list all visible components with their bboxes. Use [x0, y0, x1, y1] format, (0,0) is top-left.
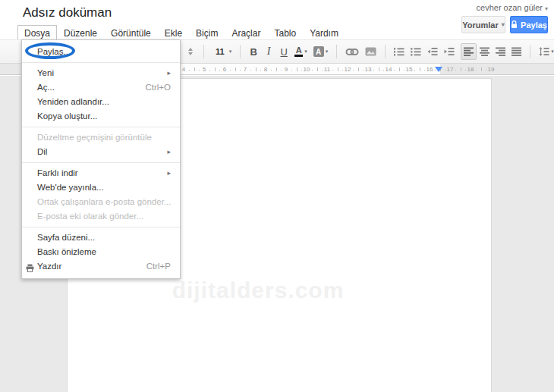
ruler-tick — [194, 67, 195, 71]
increase-indent-button[interactable] — [441, 43, 458, 60]
comments-button[interactable]: Yorumlar▾ — [461, 16, 505, 33]
ruler-number: 6 — [223, 66, 226, 73]
bulleted-list-icon — [411, 47, 421, 56]
menu-item-farkl-indir[interactable]: ▸Farklı indir — [22, 166, 180, 180]
insert-link-button[interactable] — [342, 43, 362, 60]
right-indent-marker[interactable] — [435, 67, 442, 72]
toolbar-separator — [240, 45, 241, 58]
ruler-tick — [476, 70, 477, 71]
ruler-tick — [209, 70, 210, 71]
ruler-tick — [455, 70, 456, 71]
share-button[interactable]: Paylaş — [510, 16, 548, 33]
ruler-tick — [358, 67, 359, 71]
ruler-tick — [215, 67, 216, 71]
ruler-tick — [465, 70, 466, 71]
submenu-arrow-icon: ▸ — [167, 145, 171, 159]
menu-ekle[interactable]: Ekle — [158, 25, 189, 40]
align-justify-button[interactable] — [508, 43, 524, 60]
link-icon — [345, 48, 359, 56]
menu-item-yeni[interactable]: ▸Yeni — [22, 66, 180, 80]
highlight-icon: A — [313, 46, 324, 57]
menu-araclar[interactable]: Araçlar — [225, 25, 267, 40]
ruler-number: 4 — [182, 66, 185, 73]
ruler-tick — [276, 67, 277, 71]
ruler-tick — [235, 67, 236, 71]
ruler-tick — [399, 67, 400, 71]
menu-yardim[interactable]: Yardım — [303, 25, 345, 40]
ruler-number: 19 — [488, 66, 495, 73]
ruler-tick — [301, 70, 302, 71]
line-spacing-button[interactable]: ▾ — [536, 43, 554, 60]
document-title[interactable]: Adsız doküman — [23, 5, 112, 20]
menu-item-payla[interactable]: Paylaş... — [22, 45, 180, 59]
ruler-tick — [271, 70, 272, 71]
align-right-button[interactable] — [493, 43, 508, 60]
menu-item-label: Baskı önizleme — [37, 247, 96, 256]
submenu-arrow-icon: ▸ — [167, 166, 171, 180]
highlight-color-button[interactable]: A ▾ — [310, 43, 332, 60]
shortcut-label: Ctrl+P — [146, 259, 171, 274]
menu-item-label: Dil — [37, 147, 47, 156]
ruler-tick — [240, 70, 241, 71]
italic-button[interactable]: I — [261, 43, 276, 60]
ruler-tick — [332, 70, 333, 71]
menu-item-e-posta-eki-olarak-g-nder: E-posta eki olarak gönder... — [22, 209, 180, 224]
menu-item-dil[interactable]: ▸Dil — [22, 145, 180, 159]
menu-item-label: Yazdır — [37, 262, 61, 271]
menu-item-bask-nizleme[interactable]: Baskı önizleme — [22, 245, 180, 259]
toolbar-separator — [203, 45, 204, 58]
ruler-tick — [312, 70, 313, 71]
style-spinner-icon[interactable] — [183, 43, 198, 60]
decrease-indent-button[interactable] — [424, 43, 441, 60]
align-left-button[interactable] — [461, 43, 477, 60]
menu-item-yeniden-adland-r[interactable]: Yeniden adlandır... — [22, 95, 180, 109]
submenu-arrow-icon: ▸ — [167, 66, 171, 80]
align-center-button[interactable] — [477, 43, 493, 60]
ruler-tick — [383, 70, 384, 71]
menu-goruntule[interactable]: Görüntüle — [104, 25, 158, 40]
ruler-tick — [379, 67, 379, 71]
menu-dosya[interactable]: Dosya — [17, 25, 57, 40]
insert-image-button[interactable] — [362, 43, 379, 60]
watermark-text: dijitalders.com — [172, 278, 345, 303]
text-color-swatch — [294, 55, 303, 57]
ruler-number: 14 — [386, 66, 392, 73]
menu-item-sayfa-d-zeni[interactable]: Sayfa düzeni... — [22, 230, 180, 245]
ruler-tick — [342, 70, 343, 71]
bulleted-list-button[interactable] — [408, 43, 424, 60]
align-justify-icon — [512, 47, 521, 56]
ruler-tick — [445, 70, 445, 71]
account-menu[interactable]: cevher ozan güler▾ — [477, 3, 548, 12]
menu-item-web-de-yay-nla[interactable]: Web'de yayınla... — [22, 180, 180, 195]
numbered-list-button[interactable] — [391, 43, 408, 60]
ruler-tick — [353, 70, 354, 71]
menu-bicim[interactable]: Biçim — [189, 25, 225, 40]
numbered-list-icon — [394, 47, 404, 56]
ruler-tick — [291, 70, 292, 71]
toolbar-separator — [336, 45, 337, 58]
text-color-button[interactable]: A ▾ — [291, 43, 310, 60]
underline-button[interactable]: U — [276, 43, 291, 60]
menu-item-label: Ortak çalışanlara e-posta gönder... — [37, 197, 171, 206]
menu-duzenle[interactable]: Düzenle — [57, 25, 104, 40]
menu-tablo[interactable]: Tablo — [267, 25, 303, 40]
account-name: cevher ozan güler — [477, 3, 543, 12]
menu-item-yazd-r[interactable]: Ctrl+PYazdır — [22, 259, 180, 274]
align-center-icon — [480, 47, 489, 56]
menu-item-kopya-olu-tur[interactable]: Kopya oluştur... — [22, 109, 180, 124]
menu-item-label: Sayfa düzeni... — [37, 233, 95, 242]
chevron-down-icon: ▾ — [551, 49, 554, 55]
align-left-icon — [464, 47, 474, 56]
ruler-tick — [281, 70, 282, 71]
menu-item-label: Web'de yayınla... — [37, 183, 104, 192]
font-size-select[interactable]: 11 ▾ — [209, 43, 235, 60]
chevron-down-icon: ▾ — [229, 49, 232, 55]
menu-item-label: Yeniden adlandır... — [37, 97, 109, 106]
bold-button[interactable]: B — [246, 43, 261, 60]
ruler-tick — [230, 70, 231, 71]
ruler-tick — [461, 67, 461, 71]
ruler-tick — [481, 67, 482, 71]
chevron-down-icon: ▾ — [326, 49, 329, 55]
menu-item-a[interactable]: Ctrl+OAç... — [22, 80, 180, 95]
chevron-down-icon: ▾ — [545, 5, 548, 12]
